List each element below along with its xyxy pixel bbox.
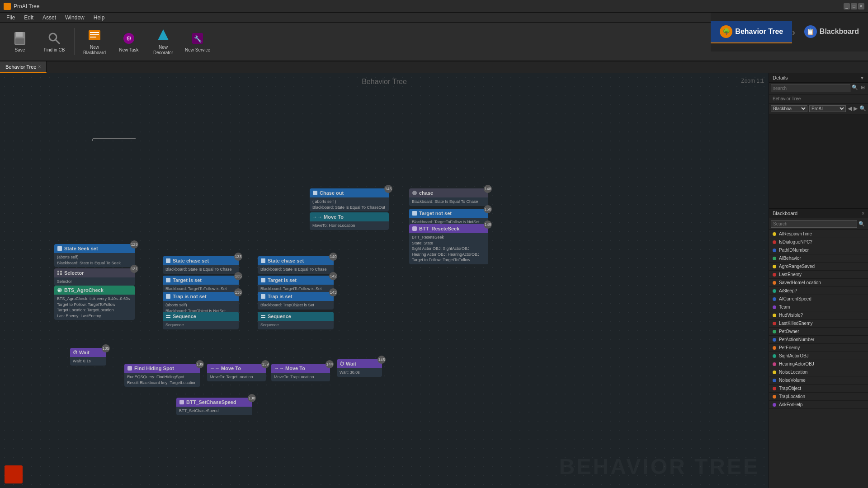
node-move-to-1[interactable]: →→ Move To MoveTo: TargetLocation 139	[207, 364, 266, 381]
behavior-tree-tab-btn[interactable]: 🌳 Behavior Tree	[711, 21, 792, 43]
menu-file[interactable]: File	[2, 14, 19, 22]
blackboard-tab-btn[interactable]: 📋 Blackboard	[795, 21, 868, 43]
node-move-to-home[interactable]: →→ Move To MoveTo: HomeLocation	[310, 212, 389, 230]
details-header: Details ▼	[769, 73, 868, 83]
node-selector[interactable]: Selector Selector 131	[54, 268, 135, 286]
blackboard-item-dot	[773, 257, 776, 260]
window-controls[interactable]: _ □ ×	[844, 3, 864, 9]
node-title-state-seek-set: State Seek set	[64, 246, 98, 251]
blackboard-item[interactable]: HudVisible?	[769, 311, 868, 319]
node-move-to-2[interactable]: →→ Move To MoveTo: TrapLocation 144	[271, 364, 330, 381]
details-search-input[interactable]	[771, 84, 850, 92]
main-tab-label: Behavior Tree	[5, 64, 36, 70]
node-bts-agrocheck[interactable]: ● BTS_AgroCheck BTS_AgroCheck: tick ever…	[54, 286, 135, 320]
blackboard-item[interactable]: AIRespawnTime	[769, 230, 868, 238]
svg-marker-11	[158, 29, 169, 40]
node-find-hiding-spot[interactable]: Find Hiding Spot RunEQSQuery: FindHiding…	[124, 364, 200, 387]
svg-rect-56	[412, 226, 417, 231]
details-dropdown-2[interactable]: ProAI	[809, 105, 846, 112]
blackboard-item-name: PetActionNumber	[779, 337, 814, 342]
node-wait-large[interactable]: ⏱ Wait Wait: 30.0s 145	[337, 359, 382, 377]
node-badge-target-set-1: 135	[234, 272, 242, 280]
menu-help[interactable]: Help	[89, 14, 109, 22]
blackboard-item[interactable]: Team	[769, 303, 868, 311]
menu-window[interactable]: Window	[61, 14, 89, 22]
node-title-target-set-2: Target is set	[268, 277, 297, 283]
blackboard-item[interactable]: HearingActorOBJ	[769, 360, 868, 368]
details-forward-icon[interactable]: ▶	[854, 105, 858, 112]
node-btt-reseteseek[interactable]: BTT_ReseteSeek BTT_ReseteSeekState: Stat…	[409, 224, 488, 264]
node-sequence-1[interactable]: Sequence Sequence	[163, 312, 239, 329]
node-body-wait-large: Wait: 30.0s	[337, 368, 382, 377]
blackboard-item-dot	[773, 297, 776, 301]
node-target-is-set-2[interactable]: Target is set Blackboard: TargetToFollow…	[258, 276, 334, 293]
blackboard-item[interactable]: NoiseVolume	[769, 376, 868, 385]
blackboard-item[interactable]: NoiseLocation	[769, 368, 868, 376]
node-target-is-set-1[interactable]: Target is set Blackboard: TargetToFollow…	[163, 276, 239, 293]
details-back-icon[interactable]: ◀	[848, 105, 852, 112]
blackboard-tab-icon: 📋	[804, 25, 817, 38]
new-service-button[interactable]: 🔧 New Service	[181, 24, 214, 59]
node-state-chase-set-2[interactable]: State chase set Blackboard: State Is Equ…	[258, 256, 334, 274]
blackboard-header: Blackboard ×	[769, 209, 868, 218]
node-wait-small[interactable]: ⏱ Wait Wait: 0.1s 135	[70, 348, 106, 366]
find-in-cb-button[interactable]: Find in CB	[38, 24, 71, 59]
blackboard-item[interactable]: PathIDNumber	[769, 246, 868, 254]
blackboard-item[interactable]: SightActorOBJ	[769, 352, 868, 360]
node-target-not-set[interactable]: Target not set Blackboard: TargetToFollo…	[409, 209, 488, 226]
right-panel: Details ▼ 🔍 ⊞ Behavior Tree Blackboa Pro…	[769, 73, 868, 488]
save-button[interactable]: Save	[4, 24, 36, 59]
blackboard-item[interactable]: LastKilledEnemy	[769, 319, 868, 328]
blackboard-item[interactable]: LastEnemy	[769, 271, 868, 279]
blackboard-item[interactable]: AskForHelp	[769, 401, 868, 409]
behavior-tree-canvas[interactable]: Behavior Tree Zoom 1:1	[0, 73, 769, 488]
node-header-chase-out: Chase out	[310, 188, 389, 197]
blackboard-item[interactable]: TrapLocation	[769, 393, 868, 401]
blackboard-item[interactable]: AiSleep?	[769, 287, 868, 295]
blackboard-item[interactable]: AICurrentSpeed	[769, 295, 868, 303]
blackboard-close-icon[interactable]: ×	[862, 211, 864, 216]
blackboard-item-name: AIBehavior	[779, 256, 801, 261]
node-trap-is-set[interactable]: Trap is set Blackboard: TrapObject is Se…	[258, 292, 334, 310]
blackboard-item[interactable]: SavedHomeLocation	[769, 279, 868, 287]
new-blackboard-button[interactable]: New Blackboard	[78, 24, 111, 59]
menu-asset[interactable]: Asset	[38, 14, 61, 22]
blackboard-item[interactable]: PetActionNumber	[769, 336, 868, 344]
node-header-selector: Selector	[54, 268, 135, 277]
maximize-button[interactable]: □	[851, 3, 857, 9]
node-chase[interactable]: chase Blackboard: State Is Equal To Chas…	[409, 188, 488, 206]
node-badge-target-set-2: 142	[329, 272, 337, 280]
svg-rect-49	[261, 278, 265, 282]
blackboard-item-name: PetOwner	[779, 329, 799, 334]
node-header-wait-small: ⏱ Wait	[70, 348, 106, 357]
node-state-seek-set[interactable]: State Seek set (aborts self)Blackboard: …	[54, 244, 135, 267]
node-chase-out[interactable]: Chase out ( aborts self )Blackboard: Sta…	[310, 188, 389, 211]
node-badge-state-chase-2: 140	[329, 253, 337, 261]
blackboard-item[interactable]: PetOwner	[769, 328, 868, 336]
node-state-chase-set-1[interactable]: State chase set Blackboard: State Is Equ…	[163, 256, 239, 274]
blackboard-item[interactable]: AgroRangeSaved	[769, 263, 868, 271]
blackboard-search-input[interactable]	[771, 220, 857, 228]
node-sequence-2[interactable]: Sequence Sequence	[258, 312, 334, 329]
minimize-button[interactable]: _	[844, 3, 850, 9]
blackboard-item-dot	[773, 330, 776, 333]
node-body-find-hiding: RunEQSQuery: FindHidingSpotResult Blackb…	[124, 373, 200, 387]
details-search-btn[interactable]: 🔍	[859, 105, 866, 112]
close-tab-icon[interactable]: ×	[38, 64, 41, 69]
blackboard-item[interactable]: AIBehavior	[769, 254, 868, 263]
menu-edit[interactable]: Edit	[19, 14, 38, 22]
details-dropdown-1[interactable]: Blackboa	[771, 105, 807, 112]
new-task-button[interactable]: ⚙ New Task	[113, 24, 145, 59]
blackboard-search-icon[interactable]: 🔍	[857, 221, 866, 227]
node-body-state-seek-set: (aborts self)Blackboard: State Is Equal …	[54, 253, 135, 267]
close-button[interactable]: ×	[858, 3, 864, 9]
node-btt-setchasespeed[interactable]: BTT_SetChaseSpeed BTT_SetChaseSpeed 138	[176, 398, 252, 415]
blackboard-item[interactable]: TrapObject	[769, 385, 868, 393]
main-tab[interactable]: Behavior Tree ×	[0, 61, 47, 73]
blackboard-item[interactable]: IsDialogueNPC?	[769, 238, 868, 246]
details-search-icon[interactable]: 🔍	[850, 84, 859, 92]
blackboard-item[interactable]: PetEnemy	[769, 344, 868, 352]
new-decorator-button[interactable]: New Decorator	[147, 24, 179, 59]
new-service-icon: 🔧	[189, 30, 206, 47]
details-grid-icon[interactable]: ⊞	[859, 84, 866, 92]
